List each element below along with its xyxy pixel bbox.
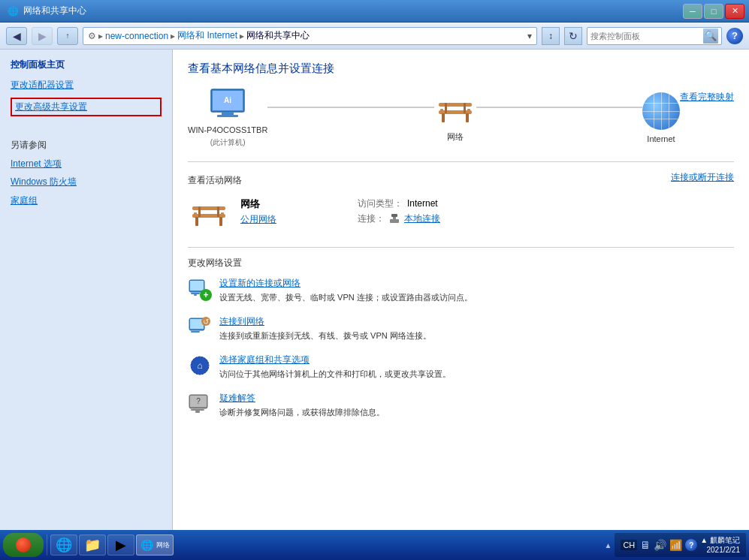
connect-network-text: 连接到网络 连接到或重新连接到无线、有线、拨号或 VPN 网络连接。 xyxy=(219,315,431,342)
sidebar-item-internet-options[interactable]: Internet 选项 xyxy=(11,158,162,170)
window-icon: 🌐 xyxy=(8,6,19,17)
svg-rect-14 xyxy=(195,217,198,226)
forward-button[interactable]: ▶ xyxy=(32,27,53,45)
troubleshoot-text: 疑难解答 诊断并修复网络问题，或获得故障排除信息。 xyxy=(219,392,385,418)
ie-icon: 🌐 xyxy=(56,537,72,553)
back-button[interactable]: ◀ xyxy=(6,27,27,45)
content-area: 查看基本网络信息并设置连接 Ai WIN-P4OCOSS1TBR (此计算机) xyxy=(173,50,749,530)
net-label-network: 网络 xyxy=(447,131,464,143)
connect-disconnect-link[interactable]: 连接或断开连接 xyxy=(671,171,734,184)
new-connection-link[interactable]: 设置新的连接或网络 xyxy=(219,277,473,290)
connection-icon xyxy=(389,213,400,224)
main-layout: 控制面板主页 更改适配器设置 更改高级共享设置 另请参阅 Internet 选项… xyxy=(0,50,749,530)
svg-rect-11 xyxy=(467,109,470,111)
troubleshoot-link[interactable]: 疑难解答 xyxy=(219,392,385,405)
taskbar-network-button[interactable]: 🌐 网络 xyxy=(136,534,174,555)
connect-network-link[interactable]: 连接到网络 xyxy=(219,315,431,328)
settings-item-connect-network: ↺ 连接到网络 连接到或重新连接到无线、有线、拨号或 VPN 网络连接。 xyxy=(188,315,734,342)
folder-icon: 📁 xyxy=(84,537,101,553)
taskbar: 🌐 📁 ▶ 🌐 网络 ▲ CH 🖥 🔊 📶 ? ▲ 麒麟笔记 2021/2/21 xyxy=(0,530,749,560)
svg-rect-22 xyxy=(391,214,397,217)
tray-speaker-icon[interactable]: 🔊 xyxy=(654,539,666,551)
connection-value-link[interactable]: 本地连接 xyxy=(404,212,440,225)
window-title: 网络和共享中心 xyxy=(23,5,86,17)
sidebar-title: 控制面板主页 xyxy=(11,59,162,71)
breadcrumb-dropdown[interactable]: ▾ xyxy=(527,31,532,41)
access-type-row: 访问类型： Internet xyxy=(358,197,440,210)
breadcrumb-sep2: ▸ xyxy=(171,31,175,41)
address-bar: ◀ ▶ ↑ ⚙ ▸ new-connection ▸ 网络和 Internet … xyxy=(0,23,749,50)
close-button[interactable]: ✕ xyxy=(725,4,744,19)
help-q: ? xyxy=(689,541,693,549)
up-button[interactable]: ↑ xyxy=(57,27,78,45)
change-settings-section: 更改网络设置 + 设置新的连接或网络 设置无线、宽带、拨号、临时或 VPN 连 xyxy=(188,257,734,418)
title-bar-controls: ─ □ ✕ xyxy=(683,4,744,19)
svg-rect-3 xyxy=(217,115,238,117)
search-input[interactable] xyxy=(590,32,700,41)
sidebar-item-windows-firewall[interactable]: Windows 防火墙 xyxy=(11,176,162,188)
tray-network-icon[interactable]: 📶 xyxy=(669,539,682,551)
troubleshoot-icon: ? xyxy=(188,392,212,416)
sidebar-item-adapter[interactable]: 更改适配器设置 xyxy=(11,79,162,92)
taskbar-media-button[interactable]: ▶ xyxy=(107,534,134,555)
net-line-1 xyxy=(267,107,433,108)
search-button[interactable]: 🔍 xyxy=(703,29,718,44)
breadcrumb-control-panel[interactable]: new-connection xyxy=(105,31,168,41)
homegroup-svg: ⌂ xyxy=(188,354,212,378)
breadcrumb-network-internet[interactable]: 网络和 Internet xyxy=(177,29,237,42)
svg-text:+: + xyxy=(203,290,208,300)
start-orb xyxy=(16,537,31,552)
taskbar-ie-button[interactable]: 🌐 xyxy=(50,534,77,555)
taskbar-folder-button[interactable]: 📁 xyxy=(79,534,106,555)
globe-vline-3 xyxy=(669,92,669,130)
troubleshoot-svg: ? xyxy=(188,392,212,416)
net-node-internet: Internet xyxy=(642,92,680,143)
section-divider-1 xyxy=(188,161,734,162)
help-button[interactable]: ? xyxy=(726,28,743,44)
tray-clock[interactable]: ▲ 麒麟笔记 2021/2/21 xyxy=(700,535,740,555)
net-label-internet: Internet xyxy=(647,134,675,143)
globe-vline-2 xyxy=(654,92,654,130)
sidebar: 控制面板主页 更改适配器设置 更改高级共享设置 另请参阅 Internet 选项… xyxy=(0,50,173,530)
change-settings-label: 更改网络设置 xyxy=(188,257,734,269)
svg-rect-2 xyxy=(222,112,234,115)
maximize-button[interactable]: □ xyxy=(704,4,723,19)
net-node-network: 网络 xyxy=(434,94,476,143)
tray-monitor-icon[interactable]: 🖥 xyxy=(640,539,651,551)
minimize-button[interactable]: ─ xyxy=(683,4,702,19)
svg-rect-12 xyxy=(192,206,225,210)
computer-ai-text: Ai xyxy=(224,96,231,104)
also-see-title: 另请参阅 xyxy=(11,139,162,152)
sidebar-item-advanced[interactable]: 更改高级共享设置 xyxy=(11,98,162,116)
sidebar-item-homegroup[interactable]: 家庭组 xyxy=(11,194,162,207)
settings-item-new-connection: + 设置新的连接或网络 设置无线、宽带、拨号、临时或 VPN 连接；或设置路由器… xyxy=(188,277,734,303)
svg-rect-15 xyxy=(219,217,222,226)
svg-text:?: ? xyxy=(196,397,201,405)
connect-network-svg: ↺ xyxy=(188,315,212,339)
homegroup-link[interactable]: 选择家庭组和共享选项 xyxy=(219,354,451,366)
svg-text:⌂: ⌂ xyxy=(197,360,202,371)
net-sublabel-computer: (此计算机) xyxy=(210,137,246,148)
tray-time: ▲ 麒麟笔记 xyxy=(700,535,740,545)
breadcrumb-arrow-button[interactable]: ↕ xyxy=(542,27,560,45)
svg-rect-18 xyxy=(194,212,197,215)
title-bar-left: 🌐 网络和共享中心 xyxy=(8,5,86,17)
svg-rect-40 xyxy=(195,411,200,413)
taskbar-divider-1 xyxy=(47,534,47,555)
start-button[interactable] xyxy=(3,533,44,557)
help-icon: ? xyxy=(732,30,738,41)
view-complete-map-link[interactable]: 查看完整映射 xyxy=(680,91,734,104)
active-network-type[interactable]: 公用网络 xyxy=(240,213,276,226)
connect-network-desc: 连接到或重新连接到无线、有线、拨号或 VPN 网络连接。 xyxy=(219,330,431,342)
svg-rect-9 xyxy=(464,103,466,113)
network-taskbar-icon: 🌐 xyxy=(140,539,153,551)
connection-row: 连接： 本地连接 xyxy=(358,212,440,225)
title-bar: 🌐 网络和共享中心 ─ □ ✕ xyxy=(0,0,749,23)
section-divider-2 xyxy=(188,247,734,248)
tray-expand-button[interactable]: ▲ xyxy=(605,541,612,549)
tray-help-icon[interactable]: ? xyxy=(685,539,697,551)
svg-text:↺: ↺ xyxy=(203,318,209,326)
taskbar-right: ▲ CH 🖥 🔊 📶 ? ▲ 麒麟笔记 2021/2/21 xyxy=(605,533,746,557)
tray-keyboard-icon[interactable]: CH xyxy=(621,540,637,550)
refresh-button[interactable]: ↻ xyxy=(564,27,582,45)
